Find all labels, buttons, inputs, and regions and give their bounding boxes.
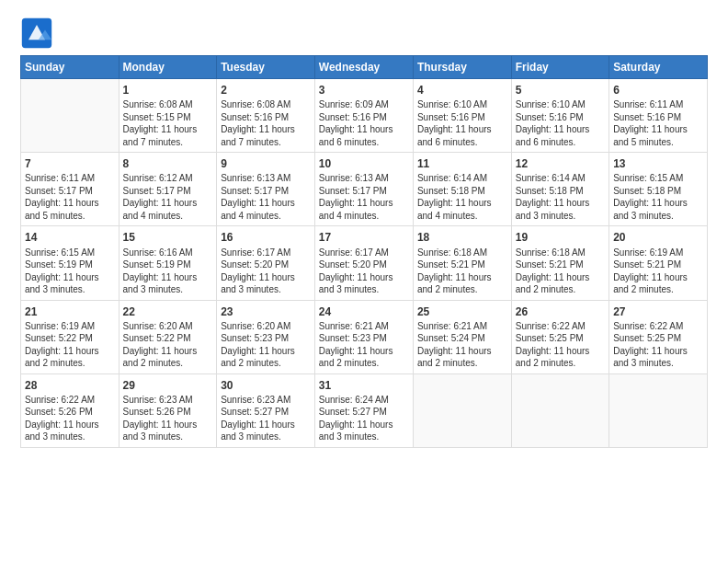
calendar-week-3: 14Sunrise: 6:15 AM Sunset: 5:19 PM Dayli… bbox=[21, 226, 708, 300]
calendar-cell: 30Sunrise: 6:23 AM Sunset: 5:27 PM Dayli… bbox=[217, 373, 315, 447]
day-number: 8 bbox=[123, 156, 213, 171]
calendar-cell: 26Sunrise: 6:22 AM Sunset: 5:25 PM Dayli… bbox=[511, 300, 609, 373]
calendar-week-2: 7Sunrise: 6:11 AM Sunset: 5:17 PM Daylig… bbox=[21, 153, 708, 226]
day-number: 31 bbox=[319, 378, 409, 393]
calendar-header-row: SundayMondayTuesdayWednesdayThursdayFrid… bbox=[21, 56, 708, 79]
day-info: Sunrise: 6:19 AM Sunset: 5:22 PM Dayligh… bbox=[25, 320, 115, 370]
day-info: Sunrise: 6:22 AM Sunset: 5:25 PM Dayligh… bbox=[613, 320, 703, 370]
day-info: Sunrise: 6:09 AM Sunset: 5:16 PM Dayligh… bbox=[319, 98, 409, 148]
day-number: 27 bbox=[613, 304, 703, 319]
calendar-cell: 18Sunrise: 6:18 AM Sunset: 5:21 PM Dayli… bbox=[413, 226, 511, 300]
day-number: 28 bbox=[25, 378, 115, 393]
day-number: 18 bbox=[417, 230, 507, 245]
day-info: Sunrise: 6:21 AM Sunset: 5:23 PM Dayligh… bbox=[319, 320, 409, 370]
day-info: Sunrise: 6:10 AM Sunset: 5:16 PM Dayligh… bbox=[516, 98, 605, 148]
day-number: 10 bbox=[319, 156, 409, 171]
day-info: Sunrise: 6:19 AM Sunset: 5:21 PM Dayligh… bbox=[613, 247, 703, 296]
day-number: 5 bbox=[516, 83, 605, 98]
day-number: 23 bbox=[221, 304, 311, 319]
day-info: Sunrise: 6:15 AM Sunset: 5:19 PM Dayligh… bbox=[25, 247, 115, 296]
day-info: Sunrise: 6:15 AM Sunset: 5:18 PM Dayligh… bbox=[613, 172, 703, 222]
calendar-cell: 17Sunrise: 6:17 AM Sunset: 5:20 PM Dayli… bbox=[314, 226, 413, 300]
day-info: Sunrise: 6:20 AM Sunset: 5:23 PM Dayligh… bbox=[221, 320, 311, 370]
calendar-cell: 24Sunrise: 6:21 AM Sunset: 5:23 PM Dayli… bbox=[314, 300, 413, 373]
day-info: Sunrise: 6:13 AM Sunset: 5:17 PM Dayligh… bbox=[221, 172, 311, 222]
day-info: Sunrise: 6:08 AM Sunset: 5:15 PM Dayligh… bbox=[123, 98, 213, 148]
page: SundayMondayTuesdayWednesdayThursdayFrid… bbox=[0, 0, 728, 563]
day-info: Sunrise: 6:20 AM Sunset: 5:22 PM Dayligh… bbox=[123, 320, 213, 370]
day-number: 21 bbox=[25, 304, 115, 319]
calendar-cell: 31Sunrise: 6:24 AM Sunset: 5:27 PM Dayli… bbox=[314, 373, 413, 447]
day-number: 20 bbox=[613, 230, 703, 245]
calendar-cell: 13Sunrise: 6:15 AM Sunset: 5:18 PM Dayli… bbox=[609, 153, 708, 226]
day-number: 11 bbox=[417, 156, 507, 171]
weekday-header-friday: Friday bbox=[511, 56, 609, 79]
calendar-cell: 27Sunrise: 6:22 AM Sunset: 5:25 PM Dayli… bbox=[609, 300, 708, 373]
calendar-cell: 1Sunrise: 6:08 AM Sunset: 5:15 PM Daylig… bbox=[119, 79, 217, 153]
day-number: 17 bbox=[319, 230, 409, 245]
calendar-cell bbox=[511, 373, 609, 447]
day-number: 26 bbox=[516, 304, 605, 319]
calendar-week-4: 21Sunrise: 6:19 AM Sunset: 5:22 PM Dayli… bbox=[21, 300, 708, 373]
calendar-cell: 6Sunrise: 6:11 AM Sunset: 5:16 PM Daylig… bbox=[609, 79, 708, 153]
day-number: 24 bbox=[319, 304, 409, 319]
calendar-cell: 25Sunrise: 6:21 AM Sunset: 5:24 PM Dayli… bbox=[413, 300, 511, 373]
day-info: Sunrise: 6:18 AM Sunset: 5:21 PM Dayligh… bbox=[516, 247, 605, 296]
calendar-cell: 12Sunrise: 6:14 AM Sunset: 5:18 PM Dayli… bbox=[511, 153, 609, 226]
calendar-cell bbox=[413, 373, 511, 447]
day-info: Sunrise: 6:17 AM Sunset: 5:20 PM Dayligh… bbox=[319, 247, 409, 296]
day-info: Sunrise: 6:22 AM Sunset: 5:26 PM Dayligh… bbox=[25, 394, 115, 443]
day-info: Sunrise: 6:17 AM Sunset: 5:20 PM Dayligh… bbox=[221, 247, 311, 296]
calendar-cell: 29Sunrise: 6:23 AM Sunset: 5:26 PM Dayli… bbox=[119, 373, 217, 447]
day-number: 29 bbox=[123, 378, 213, 393]
day-number: 25 bbox=[417, 304, 507, 319]
weekday-header-thursday: Thursday bbox=[413, 56, 511, 79]
calendar-cell: 11Sunrise: 6:14 AM Sunset: 5:18 PM Dayli… bbox=[413, 153, 511, 226]
day-number: 19 bbox=[516, 230, 605, 245]
calendar-cell: 5Sunrise: 6:10 AM Sunset: 5:16 PM Daylig… bbox=[511, 79, 609, 153]
calendar: SundayMondayTuesdayWednesdayThursdayFrid… bbox=[20, 55, 708, 448]
calendar-cell bbox=[609, 373, 708, 447]
calendar-cell: 10Sunrise: 6:13 AM Sunset: 5:17 PM Dayli… bbox=[314, 153, 413, 226]
calendar-cell: 16Sunrise: 6:17 AM Sunset: 5:20 PM Dayli… bbox=[217, 226, 315, 300]
calendar-week-1: 1Sunrise: 6:08 AM Sunset: 5:15 PM Daylig… bbox=[21, 79, 708, 153]
day-info: Sunrise: 6:22 AM Sunset: 5:25 PM Dayligh… bbox=[516, 320, 605, 370]
day-number: 30 bbox=[221, 378, 311, 393]
calendar-cell: 21Sunrise: 6:19 AM Sunset: 5:22 PM Dayli… bbox=[21, 300, 119, 373]
day-number: 4 bbox=[417, 83, 507, 98]
calendar-cell: 9Sunrise: 6:13 AM Sunset: 5:17 PM Daylig… bbox=[217, 153, 315, 226]
day-number: 12 bbox=[516, 156, 605, 171]
calendar-cell: 8Sunrise: 6:12 AM Sunset: 5:17 PM Daylig… bbox=[119, 153, 217, 226]
day-number: 6 bbox=[613, 83, 703, 98]
calendar-week-5: 28Sunrise: 6:22 AM Sunset: 5:26 PM Dayli… bbox=[21, 373, 708, 447]
day-number: 9 bbox=[221, 156, 311, 171]
calendar-cell: 20Sunrise: 6:19 AM Sunset: 5:21 PM Dayli… bbox=[609, 226, 708, 300]
logo bbox=[20, 17, 55, 50]
day-number: 13 bbox=[613, 156, 703, 171]
calendar-cell: 22Sunrise: 6:20 AM Sunset: 5:22 PM Dayli… bbox=[119, 300, 217, 373]
weekday-header-monday: Monday bbox=[119, 56, 217, 79]
day-number: 7 bbox=[25, 156, 115, 171]
day-info: Sunrise: 6:12 AM Sunset: 5:17 PM Dayligh… bbox=[123, 172, 213, 222]
day-info: Sunrise: 6:23 AM Sunset: 5:26 PM Dayligh… bbox=[123, 394, 213, 443]
day-number: 16 bbox=[221, 230, 311, 245]
calendar-cell: 4Sunrise: 6:10 AM Sunset: 5:16 PM Daylig… bbox=[413, 79, 511, 153]
day-info: Sunrise: 6:10 AM Sunset: 5:16 PM Dayligh… bbox=[417, 98, 507, 148]
day-info: Sunrise: 6:21 AM Sunset: 5:24 PM Dayligh… bbox=[417, 320, 507, 370]
weekday-header-saturday: Saturday bbox=[609, 56, 708, 79]
day-info: Sunrise: 6:11 AM Sunset: 5:17 PM Dayligh… bbox=[25, 172, 115, 222]
day-number: 22 bbox=[123, 304, 213, 319]
day-info: Sunrise: 6:14 AM Sunset: 5:18 PM Dayligh… bbox=[417, 172, 507, 222]
day-info: Sunrise: 6:23 AM Sunset: 5:27 PM Dayligh… bbox=[221, 394, 311, 443]
day-info: Sunrise: 6:18 AM Sunset: 5:21 PM Dayligh… bbox=[417, 247, 507, 296]
day-info: Sunrise: 6:14 AM Sunset: 5:18 PM Dayligh… bbox=[516, 172, 605, 222]
day-info: Sunrise: 6:13 AM Sunset: 5:17 PM Dayligh… bbox=[319, 172, 409, 222]
calendar-cell: 15Sunrise: 6:16 AM Sunset: 5:19 PM Dayli… bbox=[119, 226, 217, 300]
calendar-cell: 3Sunrise: 6:09 AM Sunset: 5:16 PM Daylig… bbox=[314, 79, 413, 153]
day-info: Sunrise: 6:08 AM Sunset: 5:16 PM Dayligh… bbox=[221, 98, 311, 148]
calendar-cell: 14Sunrise: 6:15 AM Sunset: 5:19 PM Dayli… bbox=[21, 226, 119, 300]
calendar-cell: 28Sunrise: 6:22 AM Sunset: 5:26 PM Dayli… bbox=[21, 373, 119, 447]
day-info: Sunrise: 6:24 AM Sunset: 5:27 PM Dayligh… bbox=[319, 394, 409, 443]
calendar-cell: 23Sunrise: 6:20 AM Sunset: 5:23 PM Dayli… bbox=[217, 300, 315, 373]
calendar-cell: 19Sunrise: 6:18 AM Sunset: 5:21 PM Dayli… bbox=[511, 226, 609, 300]
